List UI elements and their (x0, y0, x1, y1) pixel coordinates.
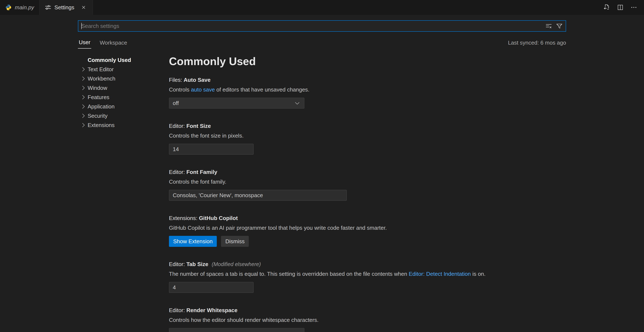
settings-icon (45, 4, 52, 11)
toc-item-security[interactable]: Security (78, 111, 169, 121)
chevron-right-icon (80, 75, 87, 82)
setting-name: Tab Size (186, 261, 208, 267)
setting-row-editor-render-whitespace: Editor: Render WhitespaceControls how th… (169, 307, 566, 332)
select-value: off (173, 100, 179, 107)
setting-category: Extensions: (169, 215, 199, 221)
setting-description: GitHub Copilot is an AI pair programmer … (169, 224, 566, 231)
toc-item-label: Application (88, 103, 114, 110)
setting-description: Controls the font size in pixels. (169, 132, 566, 139)
filter-settings-icon[interactable] (555, 22, 564, 30)
setting-title: Editor: Font Size (169, 123, 566, 129)
editor-render-whitespace-select[interactable] (169, 328, 304, 332)
setting-name: Font Size (186, 123, 211, 129)
last-synced-status: Last synced: 6 mos ago (508, 39, 566, 49)
setting-title: Extensions: GitHub Copilot (169, 215, 566, 221)
toc-item-text-editor[interactable]: Text Editor (78, 65, 169, 74)
settings-body: Commonly UsedText EditorWorkbenchWindowF… (0, 49, 644, 332)
search-settings-input[interactable] (78, 23, 544, 29)
setting-description-text: Controls (169, 86, 191, 93)
chevron-right-icon (80, 103, 87, 110)
tab-label: main.py (15, 4, 34, 11)
setting-control (169, 282, 566, 293)
setting-category: Editor: (169, 261, 186, 267)
setting-category: Editor: (169, 307, 186, 313)
toc-item-workbench[interactable]: Workbench (78, 74, 169, 83)
chevron-down-icon (294, 100, 300, 107)
toc-item-label: Commonly Used (88, 57, 131, 63)
toc-item-label: Security (88, 113, 108, 119)
close-icon[interactable] (80, 3, 88, 11)
setting-title: Editor: Render Whitespace (169, 307, 566, 314)
toc-item-label: Text Editor (88, 66, 114, 73)
setting-modified-badge: (Modified elsewhere) (212, 261, 261, 267)
setting-description-text: of editors that have unsaved changes. (215, 86, 310, 93)
setting-description-text: is on. (471, 271, 486, 277)
setting-name: Font Family (186, 169, 217, 175)
chevron-right-icon (80, 66, 87, 73)
chevron-right-icon (80, 85, 87, 91)
setting-category: Files: (169, 77, 184, 83)
show-extension-button[interactable]: Show Extension (169, 236, 217, 247)
toc-item-commonly-used[interactable]: Commonly Used (78, 55, 169, 65)
settings-search-row (0, 15, 644, 32)
toc-item-label: Workbench (88, 75, 116, 82)
setting-description: Controls auto save of editors that have … (169, 86, 566, 93)
toc-item-label: Features (88, 94, 110, 101)
toc-item-label: Extensions (88, 122, 114, 129)
setting-name: Auto Save (184, 77, 210, 83)
setting-description-text: Controls how the editor should render wh… (169, 317, 318, 323)
more-actions-icon[interactable] (630, 4, 637, 11)
toc-item-window[interactable]: Window (78, 83, 169, 93)
tab-workspace-settings[interactable]: Workspace (99, 39, 128, 49)
toc-item-label: Window (88, 85, 107, 91)
setting-description-text: The number of spaces a tab is equal to. … (169, 271, 409, 277)
setting-title: Files: Auto Save (169, 76, 566, 83)
settings-group-heading: Commonly Used (169, 54, 566, 68)
settings-search-box (78, 20, 566, 32)
editor-tab-bar: main.py Settings (0, 0, 644, 15)
files-auto-save-select[interactable]: off (169, 98, 304, 109)
setting-name: Render Whitespace (186, 307, 237, 313)
dismiss-button[interactable]: Dismiss (221, 236, 249, 247)
clear-search-icon[interactable] (544, 22, 553, 30)
toc-item-features[interactable]: Features (78, 93, 169, 102)
tab-label: Settings (54, 4, 74, 11)
toc-item-extensions[interactable]: Extensions (78, 121, 169, 130)
setting-row-extensions-github-copilot: Extensions: GitHub CopilotGitHub Copilot… (169, 215, 566, 247)
vscode-window: main.py Settings (0, 0, 644, 332)
setting-description-link[interactable]: auto save (191, 86, 215, 93)
tab-user-settings[interactable]: User (78, 39, 91, 49)
text-caret (81, 23, 82, 29)
setting-row-editor-tab-size: Editor: Tab Size(Modified elsewhere)The … (169, 261, 566, 293)
editor-font-family-input[interactable] (169, 190, 347, 201)
setting-title: Editor: Tab Size(Modified elsewhere) (169, 261, 566, 268)
editor-actions (603, 0, 644, 15)
chevron-down-icon (294, 330, 300, 332)
settings-content: Commonly Used Files: Auto SaveControls a… (169, 49, 566, 332)
chevron-right-icon (80, 122, 87, 129)
setting-description: The number of spaces a tab is equal to. … (169, 271, 566, 277)
split-editor-icon[interactable] (617, 4, 624, 11)
toc-indent (80, 57, 87, 63)
setting-title: Editor: Font Family (169, 169, 566, 175)
python-icon (5, 4, 12, 11)
setting-control (169, 190, 566, 201)
open-settings-json-icon[interactable] (603, 4, 610, 11)
toc-item-application[interactable]: Application (78, 102, 169, 111)
setting-control: off (169, 98, 566, 109)
setting-control (169, 144, 566, 155)
setting-row-editor-font-family: Editor: Font FamilyControls the font fam… (169, 169, 566, 201)
setting-name: GitHub Copilot (199, 215, 238, 221)
editor-tab-size-input[interactable] (169, 282, 254, 293)
setting-description-link[interactable]: Editor: Detect Indentation (409, 271, 471, 277)
chevron-right-icon (80, 112, 87, 119)
setting-control (169, 328, 566, 332)
setting-description-text: GitHub Copilot is an AI pair programmer … (169, 225, 387, 231)
settings-toc: Commonly UsedText EditorWorkbenchWindowF… (78, 49, 169, 332)
tab-main-py[interactable]: main.py (0, 0, 40, 15)
editor-font-size-input[interactable] (169, 144, 254, 155)
setting-category: Editor: (169, 169, 186, 175)
tab-settings[interactable]: Settings (40, 0, 93, 15)
chevron-right-icon (80, 94, 87, 101)
setting-row-files-auto-save: Files: Auto SaveControls auto save of ed… (169, 76, 566, 109)
